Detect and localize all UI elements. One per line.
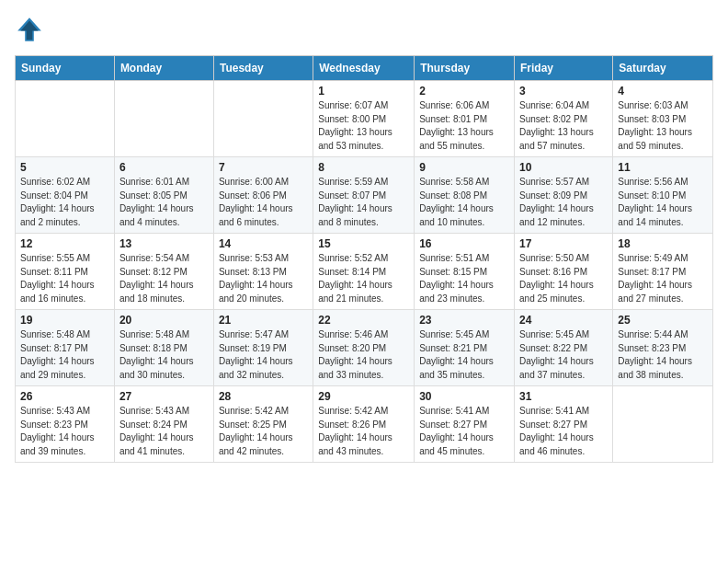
calendar-cell: 19Sunrise: 5:48 AMSunset: 8:17 PMDayligh… — [16, 310, 115, 386]
day-number: 8 — [318, 161, 409, 174]
calendar-cell: 21Sunrise: 5:47 AMSunset: 8:19 PMDayligh… — [213, 310, 313, 386]
day-info: Sunrise: 5:51 AMSunset: 8:15 PMDaylight:… — [419, 252, 509, 305]
day-number: 24 — [519, 314, 608, 327]
day-info: Sunrise: 6:00 AMSunset: 8:06 PMDaylight:… — [219, 176, 308, 229]
day-number: 9 — [419, 161, 509, 174]
day-number: 5 — [20, 161, 109, 174]
weekday-header-friday: Friday — [515, 56, 613, 81]
calendar-cell — [613, 386, 713, 463]
calendar-cell: 18Sunrise: 5:49 AMSunset: 8:17 PMDayligh… — [613, 234, 713, 310]
calendar-cell: 10Sunrise: 5:57 AMSunset: 8:09 PMDayligh… — [515, 157, 613, 234]
day-info: Sunrise: 5:57 AMSunset: 8:09 PMDaylight:… — [519, 176, 608, 229]
day-number: 27 — [119, 390, 209, 403]
day-info: Sunrise: 5:44 AMSunset: 8:23 PMDaylight:… — [618, 328, 708, 382]
day-info: Sunrise: 5:41 AMSunset: 8:27 PMDaylight:… — [419, 405, 509, 458]
day-info: Sunrise: 5:45 AMSunset: 8:22 PMDaylight:… — [519, 328, 608, 382]
calendar-cell: 26Sunrise: 5:43 AMSunset: 8:23 PMDayligh… — [16, 386, 115, 463]
day-info: Sunrise: 6:07 AMSunset: 8:00 PMDaylight:… — [318, 99, 409, 153]
calendar-cell: 25Sunrise: 5:44 AMSunset: 8:23 PMDayligh… — [613, 310, 713, 386]
day-info: Sunrise: 6:03 AMSunset: 8:03 PMDaylight:… — [618, 99, 708, 153]
calendar-cell: 30Sunrise: 5:41 AMSunset: 8:27 PMDayligh… — [415, 386, 515, 463]
day-number: 26 — [20, 390, 109, 403]
day-number: 2 — [419, 85, 509, 98]
calendar-cell: 7Sunrise: 6:00 AMSunset: 8:06 PMDaylight… — [213, 157, 313, 234]
calendar-cell: 22Sunrise: 5:46 AMSunset: 8:20 PMDayligh… — [313, 310, 415, 386]
weekday-header-sunday: Sunday — [16, 56, 115, 81]
weekday-header-saturday: Saturday — [613, 56, 713, 81]
day-number: 15 — [318, 237, 409, 250]
day-info: Sunrise: 5:52 AMSunset: 8:14 PMDaylight:… — [318, 252, 409, 305]
week-row-1: 1Sunrise: 6:07 AMSunset: 8:00 PMDaylight… — [16, 81, 713, 157]
calendar-cell: 1Sunrise: 6:07 AMSunset: 8:00 PMDaylight… — [313, 81, 415, 157]
day-number: 29 — [318, 390, 409, 403]
calendar-cell — [114, 81, 213, 157]
calendar-cell: 27Sunrise: 5:43 AMSunset: 8:24 PMDayligh… — [114, 386, 213, 463]
calendar-cell: 20Sunrise: 5:48 AMSunset: 8:18 PMDayligh… — [114, 310, 213, 386]
calendar-cell: 9Sunrise: 5:58 AMSunset: 8:08 PMDaylight… — [415, 157, 515, 234]
day-number: 21 — [219, 314, 308, 327]
calendar-cell: 16Sunrise: 5:51 AMSunset: 8:15 PMDayligh… — [415, 234, 515, 310]
day-info: Sunrise: 5:48 AMSunset: 8:17 PMDaylight:… — [20, 328, 109, 382]
day-number: 16 — [419, 237, 509, 250]
calendar-table: SundayMondayTuesdayWednesdayThursdayFrid… — [15, 55, 713, 463]
day-info: Sunrise: 5:42 AMSunset: 8:25 PMDaylight:… — [219, 405, 308, 458]
page-header — [15, 15, 713, 44]
calendar-cell: 4Sunrise: 6:03 AMSunset: 8:03 PMDaylight… — [613, 81, 713, 157]
day-info: Sunrise: 5:50 AMSunset: 8:16 PMDaylight:… — [519, 252, 608, 305]
day-info: Sunrise: 6:04 AMSunset: 8:02 PMDaylight:… — [519, 99, 608, 153]
day-info: Sunrise: 5:43 AMSunset: 8:23 PMDaylight:… — [20, 405, 109, 458]
day-info: Sunrise: 5:42 AMSunset: 8:26 PMDaylight:… — [318, 405, 409, 458]
weekday-header-tuesday: Tuesday — [213, 56, 313, 81]
logo — [15, 15, 48, 44]
logo-icon — [15, 15, 44, 44]
calendar-cell: 13Sunrise: 5:54 AMSunset: 8:12 PMDayligh… — [114, 234, 213, 310]
calendar-cell: 8Sunrise: 5:59 AMSunset: 8:07 PMDaylight… — [313, 157, 415, 234]
calendar-cell: 2Sunrise: 6:06 AMSunset: 8:01 PMDaylight… — [415, 81, 515, 157]
day-number: 31 — [519, 390, 608, 403]
day-number: 25 — [618, 314, 708, 327]
week-row-5: 26Sunrise: 5:43 AMSunset: 8:23 PMDayligh… — [16, 386, 713, 463]
day-number: 17 — [519, 237, 608, 250]
day-number: 28 — [219, 390, 308, 403]
day-number: 12 — [20, 237, 109, 250]
calendar-cell — [16, 81, 115, 157]
day-info: Sunrise: 5:56 AMSunset: 8:10 PMDaylight:… — [618, 176, 708, 229]
week-row-2: 5Sunrise: 6:02 AMSunset: 8:04 PMDaylight… — [16, 157, 713, 234]
day-number: 23 — [419, 314, 509, 327]
calendar-cell: 29Sunrise: 5:42 AMSunset: 8:26 PMDayligh… — [313, 386, 415, 463]
day-number: 3 — [519, 85, 608, 98]
calendar-cell: 11Sunrise: 5:56 AMSunset: 8:10 PMDayligh… — [613, 157, 713, 234]
day-number: 1 — [318, 85, 409, 98]
day-number: 10 — [519, 161, 608, 174]
calendar-cell: 14Sunrise: 5:53 AMSunset: 8:13 PMDayligh… — [213, 234, 313, 310]
calendar-cell: 24Sunrise: 5:45 AMSunset: 8:22 PMDayligh… — [515, 310, 613, 386]
calendar-cell: 23Sunrise: 5:45 AMSunset: 8:21 PMDayligh… — [415, 310, 515, 386]
day-info: Sunrise: 5:58 AMSunset: 8:08 PMDaylight:… — [419, 176, 509, 229]
calendar-cell: 28Sunrise: 5:42 AMSunset: 8:25 PMDayligh… — [213, 386, 313, 463]
day-number: 4 — [618, 85, 708, 98]
day-number: 18 — [618, 237, 708, 250]
day-info: Sunrise: 6:01 AMSunset: 8:05 PMDaylight:… — [119, 176, 209, 229]
day-number: 22 — [318, 314, 409, 327]
day-number: 7 — [219, 161, 308, 174]
day-info: Sunrise: 5:49 AMSunset: 8:17 PMDaylight:… — [618, 252, 708, 305]
day-info: Sunrise: 5:55 AMSunset: 8:11 PMDaylight:… — [20, 252, 109, 305]
calendar-cell: 6Sunrise: 6:01 AMSunset: 8:05 PMDaylight… — [114, 157, 213, 234]
calendar-cell: 15Sunrise: 5:52 AMSunset: 8:14 PMDayligh… — [313, 234, 415, 310]
day-info: Sunrise: 5:59 AMSunset: 8:07 PMDaylight:… — [318, 176, 409, 229]
day-info: Sunrise: 6:02 AMSunset: 8:04 PMDaylight:… — [20, 176, 109, 229]
day-number: 19 — [20, 314, 109, 327]
day-info: Sunrise: 5:46 AMSunset: 8:20 PMDaylight:… — [318, 328, 409, 382]
calendar-cell: 12Sunrise: 5:55 AMSunset: 8:11 PMDayligh… — [16, 234, 115, 310]
day-number: 6 — [119, 161, 209, 174]
week-row-3: 12Sunrise: 5:55 AMSunset: 8:11 PMDayligh… — [16, 234, 713, 310]
day-number: 14 — [219, 237, 308, 250]
day-info: Sunrise: 5:54 AMSunset: 8:12 PMDaylight:… — [119, 252, 209, 305]
day-info: Sunrise: 5:53 AMSunset: 8:13 PMDaylight:… — [219, 252, 308, 305]
day-info: Sunrise: 5:41 AMSunset: 8:27 PMDaylight:… — [519, 405, 608, 458]
calendar-cell — [213, 81, 313, 157]
day-number: 13 — [119, 237, 209, 250]
day-number: 30 — [419, 390, 509, 403]
weekday-header-row: SundayMondayTuesdayWednesdayThursdayFrid… — [16, 56, 713, 81]
weekday-header-monday: Monday — [114, 56, 213, 81]
